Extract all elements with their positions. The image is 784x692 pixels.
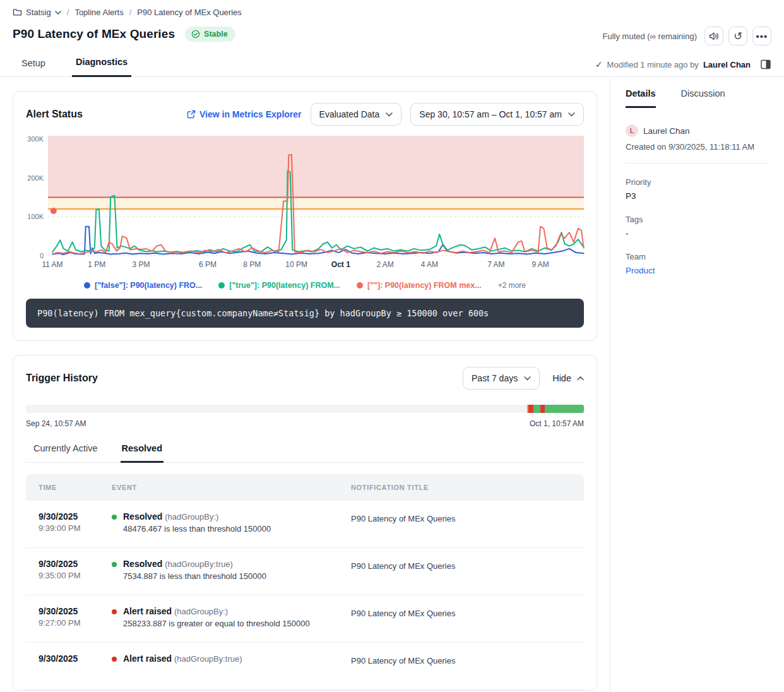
more-options-button[interactable]: ••• — [752, 27, 771, 45]
mute-button[interactable] — [704, 27, 723, 45]
chevron-down-icon — [568, 112, 575, 117]
event-cell: Alert raised (hadGroupBy:true) — [112, 653, 351, 666]
tab-diagnostics[interactable]: Diagnostics — [72, 57, 131, 77]
event-qualifier: (hadGroupBy:) — [165, 512, 218, 522]
view-in-metrics-explorer-link[interactable]: View in Metrics Explorer — [187, 109, 302, 119]
svg-text:3 PM: 3 PM — [133, 260, 150, 269]
date-range-select[interactable]: Sep 30, 10:57 am – Oct 1, 10:57 am — [410, 103, 584, 126]
col-notification-title: NOTIFICATION TITLE — [351, 484, 584, 491]
details-panel-tabs: Details Discussion — [626, 80, 769, 108]
svg-text:0: 0 — [40, 252, 44, 260]
timeline-segment — [545, 405, 584, 413]
svg-text:9 AM: 9 AM — [532, 260, 549, 269]
event-qualifier: (hadGroupBy:) — [174, 607, 228, 616]
notification-title: P90 Latency of MEx Queries — [351, 653, 584, 665]
event-date: 9/30/2025 — [39, 559, 112, 569]
alert-query-code: P90(latency) FROM mex_query{custom.compa… — [26, 299, 584, 328]
legend-label: ["false"]: P90(latency) FRO... — [95, 281, 202, 290]
speaker-icon — [709, 32, 720, 41]
top-bar: Statsig / Topline Alerts / P90 Latency o… — [0, 0, 784, 77]
legend-label: [""]: P90(latency) FROM mex... — [367, 281, 482, 290]
breadcrumb: Statsig / Topline Alerts / P90 Latency o… — [13, 8, 771, 17]
evaluated-data-select[interactable]: Evaluated Data — [311, 103, 402, 126]
chevron-down-icon — [524, 376, 531, 381]
legend-item[interactable]: ["false"]: P90(latency) FRO... — [84, 281, 202, 290]
svg-text:200K: 200K — [27, 174, 44, 182]
event-date: 9/30/2025 — [39, 511, 112, 522]
page-title: P90 Latency of MEx Queries — [13, 27, 175, 41]
hide-toggle[interactable]: Hide — [552, 373, 584, 383]
svg-text:10 PM: 10 PM — [285, 260, 307, 269]
breadcrumb-root-label: Statsig — [26, 8, 51, 17]
legend-item[interactable]: ["true"]: P90(latency) FROM... — [218, 281, 340, 290]
table-row[interactable]: 9/30/2025 9:35:00 PM Resolved (hadGroupB… — [26, 548, 584, 595]
details-field-value: P3 — [626, 191, 769, 201]
breadcrumb-item-current[interactable]: P90 Latency of MEx Queries — [137, 8, 241, 17]
svg-text:Oct 1: Oct 1 — [331, 260, 350, 269]
svg-text:1 PM: 1 PM — [88, 260, 105, 269]
event-status-dot — [112, 562, 117, 567]
event-name: Alert raised — [123, 653, 172, 664]
modified-by: Laurel Chan — [703, 60, 751, 69]
tab-resolved[interactable]: Resolved — [121, 443, 163, 463]
tab-details[interactable]: Details — [626, 88, 656, 108]
timeline-segment — [540, 405, 545, 413]
breadcrumb-root[interactable]: Statsig — [13, 8, 61, 17]
external-link-icon — [187, 110, 196, 119]
notification-title: P90 Latency of MEx Queries — [351, 606, 584, 618]
chart-legend: ["false"]: P90(latency) FRO...["true"]: … — [13, 281, 597, 290]
alert-status-chart[interactable]: 0100K200K300K11 AM1 PM3 PM6 PM8 PM10 PMO… — [26, 133, 584, 275]
status-badge: Stable — [185, 27, 235, 42]
svg-text:2 AM: 2 AM — [376, 260, 393, 269]
legend-more[interactable]: +2 more — [498, 281, 526, 290]
evaluated-data-label: Evaluated Data — [319, 109, 380, 119]
trigger-timeline-bar[interactable] — [26, 405, 584, 413]
event-qualifier: (hadGroupBy:true) — [165, 559, 233, 569]
created-on-text: Created on 9/30/2025, 11:18:11 AM — [626, 142, 769, 152]
breadcrumb-separator: / — [67, 8, 69, 17]
legend-dot — [218, 282, 225, 289]
metrics-explorer-label: View in Metrics Explorer — [199, 109, 302, 119]
notification-title: P90 Latency of MEx Queries — [351, 559, 584, 571]
history-button[interactable]: ↺ — [728, 27, 747, 45]
trigger-range-select[interactable]: Past 7 days — [463, 367, 540, 390]
table-row[interactable]: 9/30/2025 Alert raised (hadGroupBy:true)… — [26, 643, 584, 690]
details-field-label: Tags — [626, 215, 769, 224]
event-detail: 258233.887 is greater or equal to thresh… — [123, 619, 310, 628]
alert-status-card: Alert Status View in Metrics Explorer Ev… — [13, 91, 597, 341]
table-row[interactable]: 9/30/2025 9:27:00 PM Alert raised (hadGr… — [26, 595, 584, 643]
breadcrumb-item-topline-alerts[interactable]: Topline Alerts — [74, 8, 123, 17]
main-tabs: Setup Diagnostics ✓ Modified 1 minute ag… — [13, 57, 771, 76]
event-detail: 48476.467 is less than threshold 150000 — [123, 524, 271, 534]
details-field: Tags - — [626, 215, 769, 238]
timeline-segment — [26, 405, 527, 413]
details-field-value[interactable]: Product — [626, 266, 769, 275]
history-icon: ↺ — [734, 31, 742, 42]
event-qualifier: (hadGroupBy:true) — [174, 654, 242, 664]
details-panel: Details Discussion L Laurel Chan Created… — [610, 80, 784, 692]
table-header: TIME EVENT NOTIFICATION TITLE — [26, 474, 584, 501]
hide-label: Hide — [552, 373, 571, 383]
tab-currently-active[interactable]: Currently Active — [32, 443, 99, 462]
legend-item[interactable]: [""]: P90(latency) FROM mex... — [357, 281, 482, 290]
ellipsis-icon: ••• — [756, 31, 768, 42]
event-time-cell: 9/30/2025 9:39:00 PM — [39, 511, 112, 533]
svg-text:8 PM: 8 PM — [243, 260, 261, 269]
svg-text:4 AM: 4 AM — [421, 260, 438, 269]
legend-label: ["true"]: P90(latency) FROM... — [229, 281, 340, 290]
tab-setup[interactable]: Setup — [18, 58, 49, 76]
timeline-segment — [533, 405, 540, 413]
chevron-down-icon — [386, 112, 393, 117]
trigger-range-label: Past 7 days — [472, 373, 518, 383]
svg-text:100K: 100K — [27, 213, 44, 220]
timeline-start-label: Sep 24, 10:57 AM — [26, 419, 86, 428]
timeline-end-label: Oct 1, 10:57 AM — [530, 419, 584, 428]
status-badge-label: Stable — [204, 30, 228, 39]
table-row[interactable]: 9/30/2025 9:39:00 PM Resolved (hadGroupB… — [26, 501, 584, 548]
svg-text:300K: 300K — [27, 135, 44, 143]
tab-discussion[interactable]: Discussion — [681, 88, 725, 108]
svg-text:11 AM: 11 AM — [42, 260, 62, 269]
panel-toggle-icon[interactable] — [760, 59, 771, 70]
event-status-dot — [112, 609, 117, 614]
event-status-dot — [112, 515, 117, 520]
